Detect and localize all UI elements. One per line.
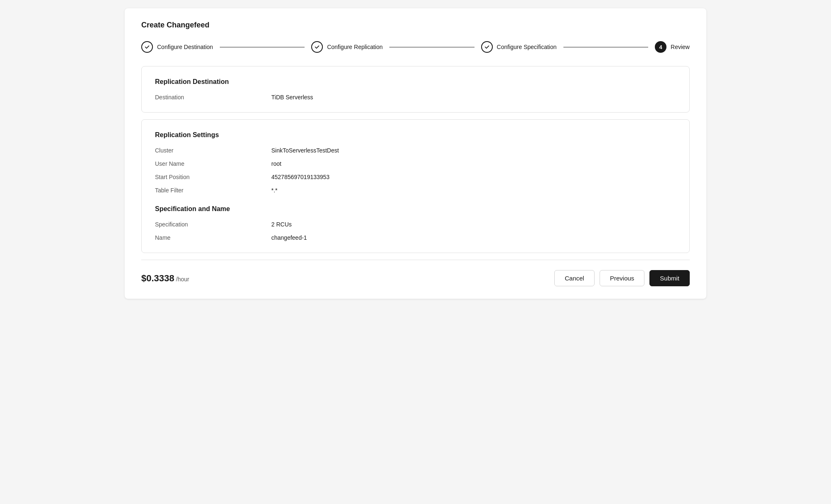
checkmark-icon	[144, 44, 150, 50]
username-field-row: User Name root	[155, 160, 676, 167]
price-container: $0.3338 /hour	[141, 273, 189, 284]
username-label: User Name	[155, 160, 271, 167]
step-circle-2	[311, 41, 323, 53]
step-label-3: Configure Specification	[497, 44, 557, 50]
specification-label: Specification	[155, 221, 271, 228]
cancel-button[interactable]: Cancel	[554, 270, 595, 286]
cluster-field-row: Cluster SinkToServerlessTestDest	[155, 147, 676, 154]
table-filter-field-row: Table Filter *.*	[155, 187, 676, 194]
previous-button[interactable]: Previous	[600, 270, 644, 286]
step-configure-specification: Configure Specification	[481, 41, 557, 53]
step-label-2: Configure Replication	[327, 44, 383, 50]
step-circle-4: 4	[655, 41, 666, 53]
replication-settings-title: Replication Settings	[155, 131, 676, 139]
footer: $0.3338 /hour Cancel Previous Submit	[141, 260, 690, 286]
specification-name-title: Specification and Name	[155, 205, 676, 213]
name-value: changefeed-1	[271, 234, 307, 241]
destination-value: TiDB Serverless	[271, 94, 313, 101]
step-label-4: Review	[671, 44, 690, 50]
start-position-field-row: Start Position 452785697019133953	[155, 174, 676, 180]
cluster-value: SinkToServerlessTestDest	[271, 147, 339, 154]
name-label: Name	[155, 234, 271, 241]
step-connector-2	[389, 47, 475, 47]
step-label-1: Configure Destination	[157, 44, 213, 50]
step-review: 4 Review	[655, 41, 690, 53]
destination-label: Destination	[155, 94, 271, 101]
start-position-label: Start Position	[155, 174, 271, 180]
step-configure-destination: Configure Destination	[141, 41, 213, 53]
specification-field-row: Specification 2 RCUs	[155, 221, 676, 228]
start-position-value: 452785697019133953	[271, 174, 329, 180]
checkmark-icon-2	[314, 44, 320, 50]
table-filter-label: Table Filter	[155, 187, 271, 194]
price-amount: $0.3338	[141, 273, 175, 284]
username-value: root	[271, 160, 281, 167]
stepper: Configure Destination Configure Replicat…	[141, 41, 690, 53]
cluster-label: Cluster	[155, 147, 271, 154]
checkmark-icon-3	[484, 44, 490, 50]
replication-settings-section: Replication Settings Cluster SinkToServe…	[141, 119, 690, 253]
step-configure-replication: Configure Replication	[311, 41, 383, 53]
replication-destination-title: Replication Destination	[155, 78, 676, 86]
step-circle-3	[481, 41, 493, 53]
footer-buttons: Cancel Previous Submit	[554, 270, 690, 286]
step-connector-1	[220, 47, 305, 47]
price-unit: /hour	[176, 276, 189, 283]
replication-destination-section: Replication Destination Destination TiDB…	[141, 66, 690, 113]
step-connector-3	[563, 47, 649, 47]
destination-field-row: Destination TiDB Serverless	[155, 94, 676, 101]
table-filter-value: *.*	[271, 187, 278, 194]
step-circle-1	[141, 41, 153, 53]
page-title: Create Changefeed	[141, 21, 690, 30]
page-container: Create Changefeed Configure Destination …	[125, 8, 706, 299]
specification-value: 2 RCUs	[271, 221, 292, 228]
name-field-row: Name changefeed-1	[155, 234, 676, 241]
submit-button[interactable]: Submit	[649, 270, 690, 286]
